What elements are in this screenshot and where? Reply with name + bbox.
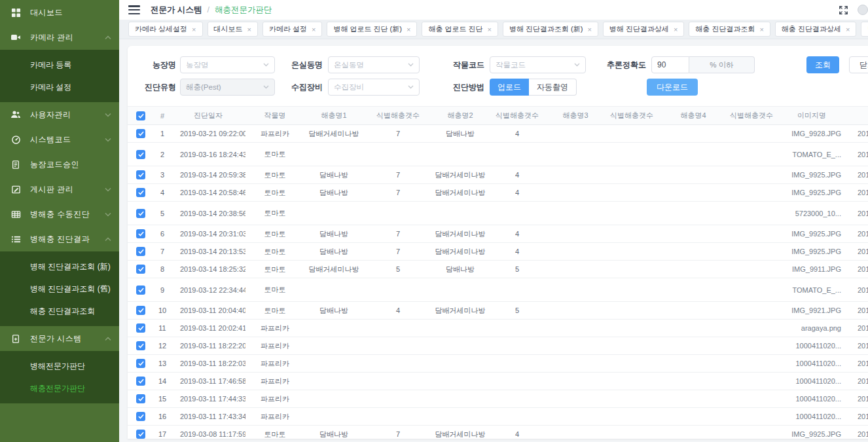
tab[interactable]: 병해 진단결과상세× (603, 22, 685, 37)
row-checkbox[interactable] (136, 129, 145, 138)
close-button[interactable]: 닫기 (849, 56, 868, 73)
cell-count4 (727, 302, 776, 320)
row-checkbox[interactable] (136, 394, 145, 403)
sidebar-subitem[interactable]: 카메라 설정 (0, 76, 119, 98)
row-checkbox[interactable] (136, 377, 145, 386)
column-header[interactable]: 해충명1 (304, 107, 363, 125)
table-row[interactable]: 12019-03-21 09:22:00파프리카담배거세미나방7담배나방4IMG… (128, 125, 868, 143)
greenhouse-select[interactable]: 온실동명 (328, 56, 420, 73)
tab[interactable]: 해충 진단결과조회× (689, 22, 770, 37)
sidebar-subitem[interactable]: 병해 진단결과조회 (舊) (0, 278, 119, 300)
tab-close-icon[interactable]: × (312, 26, 316, 33)
accuracy-input[interactable] (651, 56, 689, 73)
row-checkbox[interactable] (136, 323, 145, 333)
column-header[interactable] (848, 107, 868, 125)
column-header[interactable]: 이미지명 (776, 107, 848, 125)
sidebar-item[interactable]: 사용자관리 (0, 102, 119, 127)
sidebar-subitem[interactable]: 병해전문가판단 (0, 355, 119, 377)
table-row[interactable]: 112019-03-11 20:02:41파프리카aragaya.png201 (128, 320, 868, 337)
sidebar-subitem[interactable]: 해충 진단결과조회 (0, 300, 119, 322)
menu-toggle-icon[interactable] (128, 5, 140, 14)
sidebar-item[interactable]: 시스템코드 (0, 127, 119, 152)
column-header[interactable]: 식별해충갯수 (727, 107, 776, 125)
column-header[interactable]: 식별해충갯수 (604, 107, 659, 125)
table-row[interactable]: 152019-03-11 17:44:33파프리카1000411020...20… (128, 390, 868, 408)
tab[interactable]: 대시보드× (208, 22, 258, 37)
tab-close-icon[interactable]: × (587, 26, 591, 33)
row-checkbox[interactable] (136, 285, 145, 295)
table-row[interactable]: 142019-03-11 17:46:58파프리카1000411020...20… (128, 373, 868, 390)
tab[interactable]: 해충 업로드 진단× (422, 22, 498, 37)
sidebar-item[interactable]: 농장코드승인 (0, 152, 119, 177)
column-header[interactable]: # (154, 107, 171, 125)
table-row[interactable]: 32019-03-14 20:59:38토마토담배나방7담배거세미나방4IMG_… (128, 166, 868, 184)
row-checkbox[interactable] (136, 359, 145, 368)
sidebar-item[interactable]: 대시보드 (0, 0, 119, 25)
diagnosis-type-select[interactable]: 해충(Pest) (180, 79, 275, 96)
download-button[interactable]: 다운로드 (647, 79, 698, 96)
column-header[interactable]: 해충명3 (547, 107, 604, 125)
fullscreen-icon[interactable] (839, 5, 848, 15)
row-checkbox[interactable] (136, 247, 145, 256)
tab-close-icon[interactable]: × (247, 26, 251, 33)
sidebar-item[interactable]: 게시판 관리 (0, 177, 119, 202)
table-row[interactable]: 92019-03-12 22:34:44토마토TOMATO_E_...2019 (128, 278, 868, 302)
table-row[interactable]: 102019-03-11 20:04:40토마토담배나방4담배거세미나방5IMG… (128, 302, 868, 320)
farm-select[interactable]: 농장명 (180, 56, 275, 73)
sidebar-subitem[interactable]: 해충전문가판단 (0, 377, 119, 399)
tab-close-icon[interactable]: × (488, 26, 492, 33)
sidebar-item[interactable]: 병해충 수동진단 (0, 202, 119, 227)
column-header[interactable]: 식별해충갯수 (488, 107, 547, 125)
column-header[interactable]: 진단일자 (171, 107, 245, 125)
tab[interactable]: 병해전문가판단× (861, 22, 868, 37)
table-row[interactable]: 122019-03-11 18:22:20파프리카1000411020...20… (128, 337, 868, 355)
sidebar-subitem[interactable]: 카메라 등록 (0, 54, 119, 76)
table-row[interactable]: 62019-03-14 20:31:03토마토담배나방7담배거세미나방4IMG_… (128, 225, 868, 243)
column-header[interactable]: 작물명 (245, 107, 304, 125)
cell-count2 (488, 320, 547, 337)
tab-close-icon[interactable]: × (759, 26, 763, 33)
table-row[interactable]: 72019-03-14 20:13:53토마토담배나방7담배거세미나방4IMG_… (128, 243, 868, 261)
tab-close-icon[interactable]: × (846, 26, 850, 33)
search-button[interactable]: 조회 (806, 56, 839, 73)
row-checkbox[interactable] (136, 209, 145, 218)
table-row[interactable]: 132019-03-11 18:22:03파프리카1000411020...20… (128, 355, 868, 373)
table-row[interactable]: 172019-03-08 11:17:59토마토담배나방7담배거세미나방4IMG… (128, 426, 868, 442)
tab[interactable]: 해충 진단결과상세× (775, 22, 857, 37)
tab-close-icon[interactable]: × (674, 26, 678, 33)
row-checkbox[interactable] (136, 170, 145, 179)
row-checkbox[interactable] (136, 229, 145, 238)
row-checkbox[interactable] (136, 341, 145, 350)
table-row[interactable]: 42019-03-14 20:58:46토마토담배나방7담배거세미나방4IMG_… (128, 184, 868, 202)
tab[interactable]: 카메라 설정× (262, 22, 323, 37)
row-checkbox[interactable] (136, 430, 145, 439)
tab[interactable]: 카메라 상세설정× (128, 22, 203, 37)
method-auto-button[interactable]: 자동촬영 (529, 79, 577, 96)
sidebar-item[interactable]: 전문가 시스템 (0, 326, 119, 351)
device-select[interactable]: 수집장비 (328, 79, 420, 96)
tab-close-icon[interactable]: × (192, 26, 196, 33)
sidebar-subitem[interactable]: 병해 진단결과조회 (新) (0, 255, 119, 278)
table-row[interactable]: 52019-03-14 20:38:56토마토5723000_10...201 (128, 202, 868, 225)
column-header[interactable]: 해충명2 (433, 107, 488, 125)
table-row[interactable]: 162019-03-11 17:43:34파프리카1000411020...20… (128, 408, 868, 426)
sidebar-item[interactable]: 카메라 관리 (0, 25, 119, 50)
column-header[interactable]: 해충명4 (659, 107, 727, 125)
row-checkbox[interactable] (136, 150, 145, 159)
method-upload-button[interactable]: 업로드 (490, 79, 529, 96)
cell-count3 (604, 125, 659, 143)
tab-close-icon[interactable]: × (407, 26, 410, 33)
select-all-checkbox[interactable] (136, 111, 145, 120)
row-checkbox[interactable] (136, 188, 145, 197)
table-row[interactable]: 22019-03-16 18:24:43토마토TOMATO_E_...2019 (128, 143, 868, 166)
column-header[interactable]: 식별해충갯수 (363, 107, 433, 125)
row-checkbox[interactable] (136, 265, 145, 274)
profile-icon[interactable] (858, 5, 868, 15)
row-checkbox[interactable] (136, 306, 145, 315)
sidebar-item[interactable]: 병해충 진단결과 (0, 227, 119, 251)
table-row[interactable]: 82019-03-14 18:25:32토마토담배거세미나방5담배나방5IMG_… (128, 261, 868, 278)
crop-code-select[interactable]: 작물코드 (490, 56, 586, 73)
tab[interactable]: 병해 진단결과조회 (新)× (503, 22, 598, 37)
row-checkbox[interactable] (136, 412, 145, 421)
tab[interactable]: 병해 업로드 진단 (新)× (327, 22, 417, 37)
